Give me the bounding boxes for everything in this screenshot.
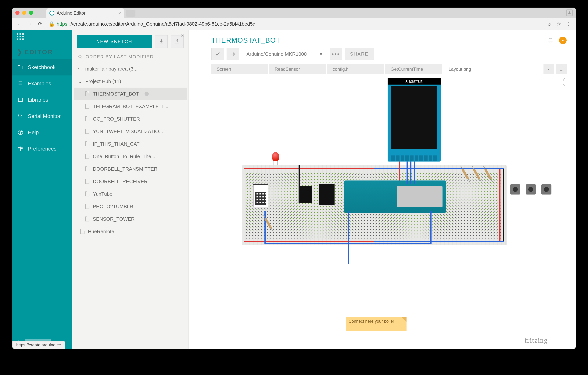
sketch-row[interactable]: TELEGRAM_BOT_EXAMPLE_L... [74, 100, 187, 113]
file-icon [85, 166, 89, 171]
back-icon[interactable]: ← [17, 21, 22, 27]
bell-icon[interactable] [547, 37, 554, 44]
transistor [299, 186, 312, 203]
file-icon [85, 116, 89, 121]
wire-black [503, 169, 504, 241]
sketch-row[interactable]: One_Button_To_Rule_The... [74, 150, 187, 163]
sketch-row[interactable]: YUN_TWEET_VISUALIZATIO... [74, 125, 187, 138]
url-path: ://create.arduino.cc/editor/Arduino_Genu… [69, 21, 255, 27]
nav-preferences[interactable]: Preferences [12, 141, 72, 157]
tab-getcurrenttime[interactable]: GetCurrentTime [385, 64, 442, 74]
upload-sketch-button[interactable] [227, 48, 239, 60]
sketch-row[interactable]: HueRemote [74, 225, 187, 238]
share-button[interactable]: SHARE [345, 48, 374, 60]
verify-button[interactable] [211, 48, 224, 60]
sketch-row-selected[interactable]: THERMOSTAT_BOT ⋯ [74, 88, 187, 100]
reload-icon[interactable]: ⟳ [37, 21, 43, 27]
status-bar: https://create.arduino.cc [12, 341, 65, 349]
wire-black [299, 165, 300, 186]
url-scheme: https [57, 21, 67, 27]
tab-title: Arduino Editor [57, 11, 85, 16]
sketch-row[interactable]: YunTube [74, 188, 187, 200]
chevron-down-icon: ▾ [320, 51, 322, 57]
close-window-icon[interactable] [15, 11, 20, 15]
sketch-row[interactable]: IF_THIS_THAN_CAT [74, 138, 187, 150]
folder-icon [18, 64, 24, 70]
pushbuttons [510, 184, 551, 195]
svg-point-8 [79, 55, 81, 58]
row-options-icon[interactable]: ⋯ [145, 92, 149, 96]
new-tab-button[interactable] [126, 10, 136, 17]
file-icon [80, 229, 84, 234]
red-led [272, 152, 279, 161]
nav-serial-monitor[interactable]: Serial Monitor [12, 108, 72, 124]
dht-sensor [253, 184, 268, 207]
sketch-row[interactable]: DOORBELL_TRANSMITTER [74, 163, 187, 175]
file-icon [85, 179, 89, 184]
bookmark-icon[interactable]: ☆ [556, 21, 561, 27]
nav-help[interactable]: ? Help [12, 124, 72, 141]
chevron-down-icon: ▾ [548, 67, 550, 71]
tab-readsensor[interactable]: ReadSensor [269, 64, 326, 74]
chevron-right-icon: › [78, 66, 82, 72]
order-by-row[interactable]: ORDER BY LAST MODIFIED [72, 49, 189, 61]
tab-screen[interactable]: Screen [211, 64, 268, 74]
browser-profile-icon[interactable] [566, 10, 573, 16]
lock-icon: 🔒 [49, 21, 55, 27]
sketch-title: THERMOSTAT_BOT [211, 36, 281, 44]
board-select[interactable]: Arduino/Genuino MKR1000 ▾ [242, 48, 327, 60]
import-button[interactable] [155, 35, 168, 48]
layout-canvas[interactable]: ⤢⤡ ★adafruit! [211, 74, 567, 346]
wire [264, 243, 431, 244]
tab-config[interactable]: config.h [327, 64, 384, 74]
dots-icon: ••• [332, 51, 340, 57]
close-panel-icon[interactable]: × [181, 33, 184, 38]
user-avatar[interactable]: ✶ [559, 37, 567, 44]
apps-grid-icon[interactable] [17, 33, 24, 40]
ic-chip [319, 184, 335, 205]
minimize-window-icon[interactable] [22, 11, 26, 15]
nav-examples[interactable]: Examples [12, 76, 72, 92]
folder-row[interactable]: ⌄ Project Hub (11) [74, 75, 187, 88]
file-icon [85, 191, 89, 196]
upload-icon [174, 39, 180, 44]
file-icon [85, 217, 89, 221]
sketch-row[interactable]: GO_PRO_SHUTTER [74, 113, 187, 125]
favicon-icon [49, 11, 54, 16]
folder-row[interactable]: › maker fair bay area (3... [74, 63, 187, 75]
key-icon[interactable]: ⌕ [548, 21, 551, 27]
list-icon [559, 67, 564, 71]
editor-tabs: Screen ReadSensor config.h GetCurrentTim… [189, 64, 576, 74]
arrow-right-icon [230, 51, 236, 57]
svg-rect-1 [18, 98, 22, 101]
file-icon [85, 204, 89, 209]
svg-text:?: ? [20, 131, 21, 134]
nav-sketchbook[interactable]: Sketchbook [12, 59, 72, 76]
list-icon [18, 81, 24, 87]
wire [414, 162, 415, 184]
sketch-row[interactable]: DOORBELL_RECEIVER [74, 175, 187, 188]
tabs-dropdown-button[interactable]: ▾ [544, 64, 554, 74]
wire [348, 211, 349, 264]
menu-icon[interactable]: ⋮ [566, 21, 571, 27]
maximize-window-icon[interactable] [29, 11, 33, 15]
tft-screen [391, 86, 437, 149]
left-rail: ❯ EDITOR Sketchbook Examples Libraries [12, 30, 72, 349]
status-url: https://create.arduino.cc [16, 342, 61, 348]
tft-label: ★adafruit! [405, 79, 424, 84]
url-field[interactable]: 🔒 https ://create.arduino.cc/editor/Ardu… [48, 21, 544, 27]
main-area: THERMOSTAT_BOT ✶ Arduino/Genuino MKR1000… [189, 30, 576, 349]
browser-window: Arduino Editor × ← → ⟳ 🔒 https ://create… [12, 8, 576, 349]
forward-icon[interactable]: → [27, 21, 33, 27]
sketch-row[interactable]: SENSOR_TOWER [74, 213, 187, 225]
sketch-row[interactable]: PHOTO2TUMBLR [74, 200, 187, 213]
new-sketch-button[interactable]: NEW SKETCH [77, 35, 152, 48]
tab-layout[interactable]: Layout.png [443, 64, 500, 74]
tabs-list-button[interactable] [556, 64, 567, 74]
close-tab-icon[interactable]: × [118, 10, 121, 16]
sliders-icon [18, 146, 24, 152]
nav-libraries[interactable]: Libraries [12, 92, 72, 108]
expand-icon[interactable]: ⤢⤡ [562, 77, 566, 88]
browser-tab[interactable]: Arduino Editor × [46, 8, 124, 18]
more-button[interactable]: ••• [330, 48, 342, 60]
